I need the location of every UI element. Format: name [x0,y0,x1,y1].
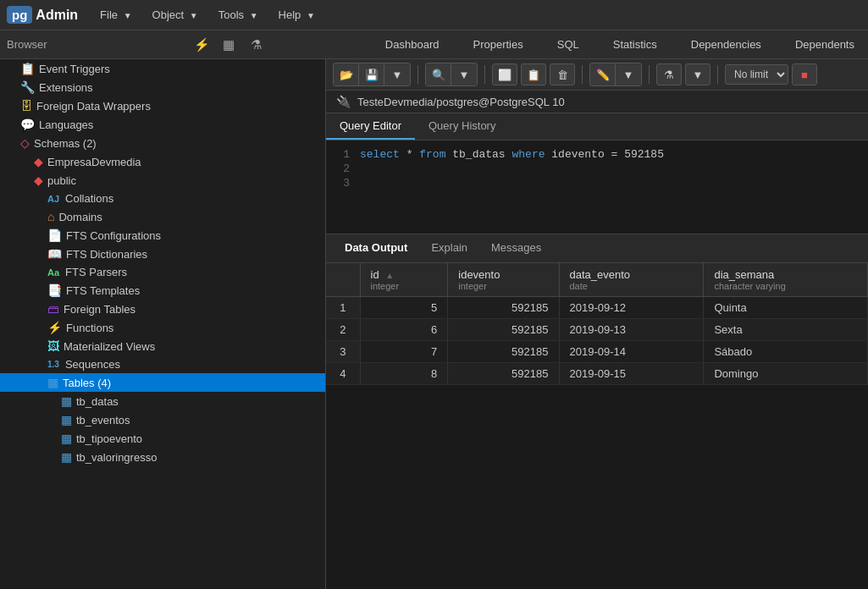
row-number: 1 [326,297,360,319]
sidebar-item-fts-parsers[interactable]: Aa FTS Parsers [0,263,325,281]
col-name: data_evento [570,268,631,281]
query-toolbar: 📂 💾 ▼ 🔍 ▼ ⬜ 📋 🗑 ✏️ ▼ ⚗ ▼ No limi [326,59,868,91]
save-file-button[interactable]: 💾 [359,63,384,85]
sidebar-item-label: Languages [39,118,93,131]
sidebar-item-languages[interactable]: 💬 Languages [0,115,325,134]
copy-clipboard-button[interactable]: 📋 [521,63,546,85]
sidebar-item-tb-tipoevento[interactable]: ▦ tb_tipoevento [0,429,325,448]
edit-dropdown-button[interactable]: ▼ [616,63,641,85]
code-line-3: 3 [326,176,868,190]
menu-help[interactable]: Help ▼ [270,5,323,25]
col-type: character varying [714,281,857,291]
sequences-icon: 1.3 [47,360,59,369]
sidebar-item-public[interactable]: ◆ public [0,171,325,190]
save-dropdown-button[interactable]: ▼ [384,63,410,85]
sidebar-item-functions[interactable]: ⚡ Functions [0,318,325,337]
sidebar-item-tb-datas[interactable]: ▦ tb_datas [0,392,325,410]
sidebar-item-materialized-views[interactable]: 🖼 Materialized Views [0,337,325,355]
limit-select[interactable]: No limit 10 50 100 500 1000 [725,64,788,85]
copy-button[interactable]: ⬜ [492,63,517,85]
query-editor-content[interactable]: 1 select * from tb_datas where idevento … [326,140,868,234]
cell-idevento: 592185 [448,341,559,363]
col-name: id [371,268,379,281]
search-button[interactable]: 🔍 [426,63,451,85]
main-layout: 📋 Event Triggers 🔧 Extensions 🗄 Foreign … [0,59,868,589]
sidebar-item-fts-configurations[interactable]: 📄 FTS Configurations [0,226,325,245]
sidebar-item-fts-dictionaries[interactable]: 📖 FTS Dictionaries [0,245,325,263]
tab-explain[interactable]: Explain [419,234,479,262]
stop-button[interactable]: ■ [792,63,817,85]
tab-dependencies[interactable]: Dependencies [684,35,768,54]
tab-query-editor[interactable]: Query Editor [326,113,415,140]
sidebar-item-label: public [47,174,76,187]
toolbar-separator-5 [717,65,718,84]
cell-dia-semana: Sábado [704,341,868,363]
sidebar-item-sequences[interactable]: 1.3 Sequences [0,355,325,373]
connection-icon: 🔌 [336,95,351,108]
table-row: 2 6 592185 2019-09-13 Sexta [326,319,868,341]
menu-object[interactable]: Object ▼ [144,5,207,25]
sort-arrow-icon: ▲ [385,271,394,280]
col-header-idevento[interactable]: idevento integer [448,263,559,297]
fdw-icon: 🗄 [20,99,32,113]
tab-dependents[interactable]: Dependents [788,35,861,54]
filter-button[interactable]: ⚗ [656,63,682,85]
cell-id: 7 [360,341,448,363]
foreign-tables-icon: 🗃 [47,302,59,316]
fts-templates-icon: 📑 [47,283,62,297]
col-type: date [570,281,694,291]
lightning-icon[interactable]: ⚡ [190,34,213,56]
sidebar-item-fts-templates[interactable]: 📑 FTS Templates [0,281,325,300]
row-num-header [326,263,360,297]
line-number: 3 [326,177,360,190]
tab-sql[interactable]: SQL [550,35,586,54]
logo: pg Admin [7,6,78,24]
sidebar-item-tb-valoringresso[interactable]: ▦ tb_valoringresso [0,448,325,466]
sidebar-item-schemas[interactable]: ◇ Schemas (2) [0,134,325,152]
open-file-button[interactable]: 📂 [334,63,359,85]
col-name: idevento [458,268,500,281]
toolbar-separator-4 [649,65,650,84]
menu-items: File ▼ Object ▼ Tools ▼ Help ▼ [91,5,323,25]
logo-admin: Admin [36,8,78,23]
cell-data-evento: 2019-09-13 [559,319,704,341]
menu-tools[interactable]: Tools ▼ [210,5,267,25]
tab-messages[interactable]: Messages [479,234,553,262]
filter-icon[interactable]: ⚗ [244,34,268,56]
sidebar-item-fdw[interactable]: 🗄 Foreign Data Wrappers [0,96,325,115]
search-dropdown-button[interactable]: ▼ [451,63,477,85]
edit-button[interactable]: ✏️ [590,63,616,85]
sidebar-item-collations[interactable]: AJ Collations [0,190,325,207]
col-header-id[interactable]: id ▲ integer [360,263,448,297]
col-header-dia-semana[interactable]: dia_semana character varying [704,263,868,297]
sidebar-item-label: Collations [65,192,113,205]
sidebar-item-label: Sequences [65,358,120,371]
sidebar-item-foreign-tables[interactable]: 🗃 Foreign Tables [0,300,325,318]
sidebar-item-label: Materialized Views [64,340,155,353]
sidebar-item-event-triggers[interactable]: 📋 Event Triggers [0,59,325,78]
sidebar-item-extensions[interactable]: 🔧 Extensions [0,78,325,96]
tab-properties[interactable]: Properties [466,35,529,54]
grid-icon[interactable]: ▦ [217,34,240,56]
tab-data-output[interactable]: Data Output [333,234,419,262]
tab-dashboard[interactable]: Dashboard [379,35,446,54]
col-header-data-evento[interactable]: data_evento date [559,263,704,297]
cell-data-evento: 2019-09-14 [559,341,704,363]
menu-file[interactable]: File ▼ [91,5,140,25]
row-number: 4 [326,363,360,385]
tab-statistics[interactable]: Statistics [606,35,664,54]
code-line-1: 1 select * from tb_datas where idevento … [326,147,868,162]
filter-dropdown-button[interactable]: ▼ [685,63,710,85]
table-row: 3 7 592185 2019-09-14 Sábado [326,341,868,363]
delete-button[interactable]: 🗑 [550,63,575,85]
tab-query-history[interactable]: Query History [415,113,509,140]
sidebar-item-tb-eventos[interactable]: ▦ tb_eventos [0,410,325,429]
sidebar-item-domains[interactable]: ⌂ Domains [0,207,325,226]
sidebar-item-label: tb_datas [76,395,119,408]
sidebar-item-empresadevmedia[interactable]: ◆ EmpresaDevmedia [0,152,325,171]
row-number: 3 [326,341,360,363]
browser-toolbar-icons: ⚡ ▦ ⚗ [190,34,365,56]
table-row: 4 8 592185 2019-09-15 Domingo [326,363,868,385]
sidebar-item-tables[interactable]: ▦ Tables (4) [0,373,325,392]
event-triggers-icon: 📋 [20,62,35,75]
